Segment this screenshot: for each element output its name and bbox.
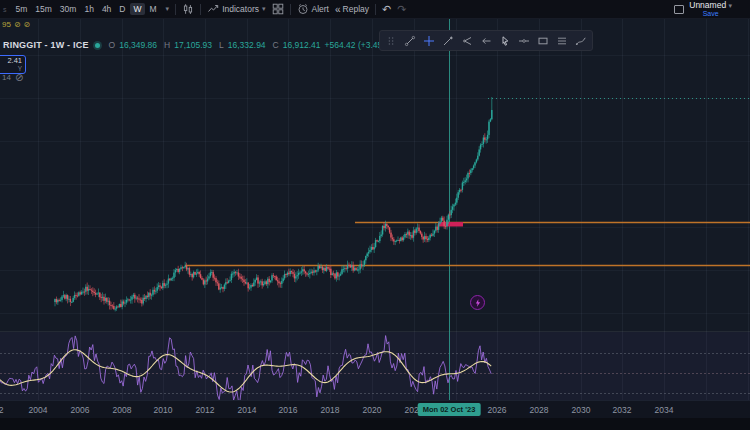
rectangle-icon[interactable] xyxy=(537,35,549,47)
time-axis[interactable]: 2 Mon 02 Oct '23 20042006200820102012201… xyxy=(0,400,750,419)
hide-icon[interactable]: ⊘ xyxy=(24,20,31,29)
axis-year-label: 2028 xyxy=(530,405,549,415)
axis-year-label: 2010 xyxy=(154,405,173,415)
chevron-down-icon: ▾ xyxy=(728,2,732,9)
timeframe-30m[interactable]: 30m xyxy=(57,3,80,15)
toolbar-divider xyxy=(375,4,376,15)
hidden-indicator-value: 14 xyxy=(2,73,11,82)
timeframe-cut-label: s xyxy=(3,6,7,13)
drag-handle-icon xyxy=(385,35,397,47)
close-label: C xyxy=(273,40,279,50)
event-marker-badge[interactable] xyxy=(470,295,485,310)
timeframe-5m[interactable]: 5m xyxy=(13,3,31,15)
axis-year-label: 2034 xyxy=(655,405,674,415)
timeframe-1h[interactable]: 1h xyxy=(81,3,96,15)
open-value: 16,349.86 xyxy=(119,40,157,50)
market-status-dot-icon xyxy=(95,43,100,48)
chevron-down-icon[interactable]: ▾ xyxy=(166,5,170,13)
axis-year-label: 2032 xyxy=(613,405,632,415)
toolbar-divider xyxy=(200,4,201,15)
layout-name: Unnamed ▾ xyxy=(689,1,732,10)
timeframe-W[interactable]: W xyxy=(130,3,144,15)
layout-manager: Unnamed ▾ Save xyxy=(674,1,732,18)
low-value: 16,332.94 xyxy=(228,40,266,50)
axis-year-label: 2 xyxy=(0,405,3,415)
axis-year-label: 2016 xyxy=(279,405,298,415)
brush-icon[interactable] xyxy=(575,35,587,47)
timeframe-M[interactable]: M xyxy=(147,3,160,15)
indicators-button[interactable]: Indicators ▾ xyxy=(207,3,265,15)
layout-grid-button[interactable] xyxy=(272,3,284,15)
symbol-legend[interactable]: RINGGIT - 1W - ICE O 16,349.86 H 17,105.… xyxy=(3,40,393,50)
close-value: 16,912.41 xyxy=(283,40,321,50)
high-value: 17,105.93 xyxy=(174,40,212,50)
crosshair-date-badge: Mon 02 Oct '23 xyxy=(418,403,481,416)
eye-slash-icon[interactable]: ⊘ xyxy=(15,72,23,83)
redo-button[interactable]: ↷ xyxy=(397,3,406,16)
replay-button[interactable]: « Replay xyxy=(335,4,369,15)
axis-year-label: 2008 xyxy=(113,405,132,415)
chevron-down-icon: ▾ xyxy=(262,5,266,13)
axis-year-label: 2004 xyxy=(29,405,48,415)
floating-drawing-toolbar[interactable] xyxy=(379,30,593,51)
replay-label: Replay xyxy=(343,4,369,14)
alert-button[interactable]: Alert xyxy=(297,3,329,15)
hidden-indicator-row[interactable]: 14 ⊘ xyxy=(2,72,23,83)
polyline-icon[interactable] xyxy=(461,35,473,47)
cropped-legend-value: 95 xyxy=(2,20,11,29)
bottom-toolbar-strip xyxy=(0,418,750,430)
axis-year-label: 2012 xyxy=(196,405,215,415)
price-badge-sub: Y xyxy=(0,65,22,72)
timeframe-15m[interactable]: 15m xyxy=(32,3,55,15)
axis-year-label: 2030 xyxy=(572,405,591,415)
arrow-left-icon[interactable] xyxy=(480,35,492,47)
alert-label: Alert xyxy=(312,4,329,14)
trend-line-icon[interactable] xyxy=(404,35,416,47)
axis-year-label: 2014 xyxy=(238,405,257,415)
lightning-icon xyxy=(474,299,482,307)
open-label: O xyxy=(109,40,116,50)
price-chart-canvas[interactable] xyxy=(0,0,750,430)
low-label: L xyxy=(219,40,224,50)
parallel-channel-icon[interactable] xyxy=(556,35,568,47)
indicators-icon xyxy=(207,3,219,15)
indicators-label: Indicators xyxy=(222,4,259,14)
cursor-icon[interactable] xyxy=(499,35,511,47)
crosshair-icon[interactable] xyxy=(423,35,435,47)
top-toolbar: s 5m15m30m1h4hDWM ▾ Indicators ▾ Alert «… xyxy=(0,0,750,19)
axis-year-label: 2026 xyxy=(488,405,507,415)
undo-button[interactable]: ↶ xyxy=(382,3,391,16)
axis-year-label: 2020 xyxy=(363,405,382,415)
alarm-clock-icon xyxy=(297,3,309,15)
hide-icon[interactable]: ⊘ xyxy=(14,20,21,29)
rewind-icon: « xyxy=(335,4,340,15)
trading-platform-window: s 5m15m30m1h4hDWM ▾ Indicators ▾ Alert «… xyxy=(0,0,750,430)
high-label: H xyxy=(164,40,170,50)
axis-year-label: 2018 xyxy=(321,405,340,415)
toolbar-divider xyxy=(290,4,291,15)
chart-style-button[interactable] xyxy=(182,3,194,15)
cropped-legend-row: 95 ⊘ ⊘ xyxy=(2,20,30,29)
layout-name-widget[interactable]: Unnamed ▾ Save xyxy=(689,1,732,18)
timeframe-group: 5m15m30m1h4hDWM xyxy=(13,3,160,15)
symbol-title[interactable]: RINGGIT - 1W - ICE xyxy=(3,40,89,50)
horizontal-line-icon[interactable] xyxy=(518,35,530,47)
toolbar-divider xyxy=(175,4,176,15)
panel-icon[interactable] xyxy=(674,5,684,14)
price-badge-value: 2.41 xyxy=(0,57,22,65)
axis-year-label: 2006 xyxy=(71,405,90,415)
save-button[interactable]: Save xyxy=(703,10,719,18)
pencil-line-icon[interactable] xyxy=(442,35,454,47)
timeframe-D[interactable]: D xyxy=(116,3,128,15)
timeframe-4h[interactable]: 4h xyxy=(99,3,114,15)
